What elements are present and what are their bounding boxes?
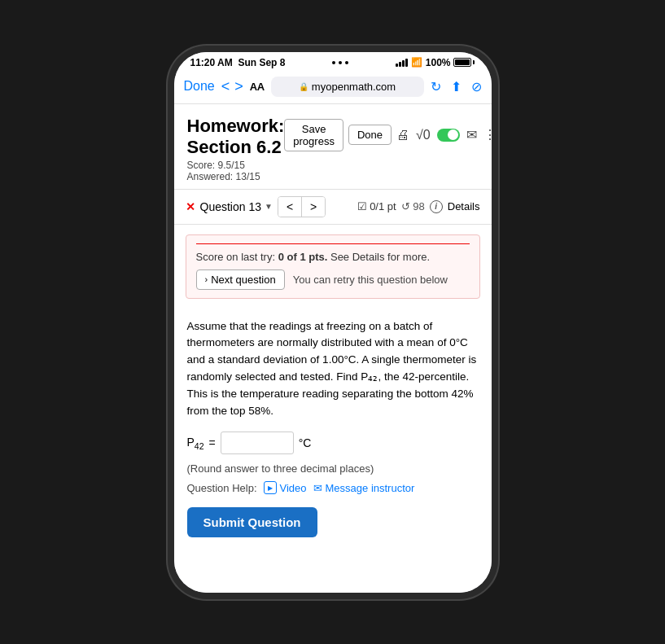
- done-page-button[interactable]: Done: [348, 125, 392, 145]
- video-help-link[interactable]: ▶ Video: [264, 481, 307, 494]
- header-left: Homework: Section 6.2 Score: 9.5/15 Answ…: [187, 116, 285, 182]
- answered-count: Answered: 13/15: [187, 171, 260, 182]
- question-status: ☑ 0/1 pt ↺ 98 i Details: [357, 200, 480, 213]
- question-dropdown[interactable]: Question 13 ▼: [200, 200, 273, 213]
- retry-text: You can retry this question below: [293, 274, 448, 286]
- prev-question-button[interactable]: <: [278, 197, 302, 217]
- toggle-switch[interactable]: [437, 129, 460, 142]
- next-question-button[interactable]: >: [302, 197, 325, 217]
- status-indicators: 📶 100%: [396, 57, 475, 68]
- wifi-icon: 📶: [411, 57, 422, 68]
- forward-button[interactable]: >: [234, 78, 243, 95]
- question-selector: ✕ Question 13 ▼ < >: [186, 196, 326, 217]
- save-progress-button[interactable]: Save progress: [284, 119, 343, 151]
- toolbar-actions: ↻ ⬆ ⊘: [431, 79, 482, 94]
- browser-toolbar: Done < > AA 🔒 myopenmath.com ↻ ⬆ ⊘: [174, 72, 492, 104]
- info-icon[interactable]: i: [430, 200, 443, 213]
- message-instructor-label: Message instructor: [326, 482, 415, 494]
- chevron-right-icon: ›: [205, 274, 208, 284]
- help-label: Question Help:: [187, 482, 257, 494]
- share-button[interactable]: ⬆: [451, 79, 462, 94]
- battery-percent: 100%: [426, 57, 451, 68]
- submit-question-button[interactable]: Submit Question: [187, 507, 317, 537]
- p42-line: P42 = °C: [187, 432, 479, 454]
- video-label: Video: [280, 482, 307, 494]
- done-button[interactable]: Done: [184, 79, 215, 94]
- page-header: Homework: Section 6.2 Score: 9.5/15 Answ…: [174, 104, 492, 190]
- p42-input[interactable]: [221, 432, 294, 454]
- header-right: Save progress Done 🖨 √0 ✉ ⋮: [284, 119, 491, 151]
- tabs-button[interactable]: ⊘: [471, 79, 482, 94]
- nav-arrows: < >: [278, 196, 326, 217]
- next-question-row: › Next question You can retry this quest…: [196, 269, 470, 290]
- printer-icon[interactable]: 🖨: [396, 128, 409, 142]
- next-question-button-box[interactable]: › Next question: [196, 269, 285, 290]
- header-icons: 🖨 √0 ✉ ⋮: [396, 127, 492, 142]
- p42-unit: °C: [299, 436, 312, 449]
- score-bold: 0 of 1 pts.: [278, 251, 328, 263]
- p42-equals: =: [209, 436, 216, 449]
- next-question-label: Next question: [211, 274, 276, 286]
- url-bar[interactable]: 🔒 myopenmath.com: [271, 77, 424, 97]
- more-icon[interactable]: ⋮: [483, 127, 492, 142]
- page-title: Homework: Section 6.2: [187, 116, 285, 158]
- score-display: ☑ 0/1 pt: [357, 200, 396, 212]
- lock-icon: 🔒: [299, 82, 308, 91]
- question-text: Assume that the readings at freezing on …: [187, 318, 479, 421]
- score-value: Score: 9.5/15: [187, 160, 245, 171]
- back-button[interactable]: <: [221, 78, 230, 95]
- sqrt-icon[interactable]: √0: [416, 128, 431, 142]
- score-suffix: See Details for more.: [327, 251, 430, 263]
- chevron-down-icon: ▼: [265, 202, 273, 211]
- signal-icon: [396, 59, 408, 67]
- mail-icon[interactable]: ✉: [466, 127, 477, 142]
- x-mark-icon: ✕: [186, 200, 195, 213]
- divider-line: [196, 243, 470, 244]
- status-dots: [332, 61, 348, 64]
- page-content: Homework: Section 6.2 Score: 9.5/15 Answ…: [174, 104, 492, 593]
- score-prefix: Score on last try:: [196, 251, 278, 263]
- attempt-box: Score on last try: 0 of 1 pts. See Detai…: [186, 234, 480, 299]
- battery-icon: [453, 58, 475, 67]
- attempt-score: Score on last try: 0 of 1 pts. See Detai…: [196, 251, 470, 263]
- play-icon: ▶: [264, 481, 277, 494]
- status-time: 11:20 AM Sun Sep 8: [190, 57, 286, 68]
- p42-label: P42: [187, 436, 204, 451]
- refresh-button[interactable]: ↻: [431, 79, 441, 94]
- status-bar: 11:20 AM Sun Sep 8 📶 100%: [174, 52, 492, 72]
- question-nav: ✕ Question 13 ▼ < > ☑ 0/1 pt ↺ 98 i Deta…: [174, 190, 492, 225]
- font-size-button[interactable]: AA: [250, 81, 265, 93]
- browser-nav[interactable]: < >: [221, 78, 243, 95]
- question-help: Question Help: ▶ Video ✉ Message instruc…: [187, 481, 479, 494]
- retry-count: ↺ 98: [401, 200, 425, 212]
- message-instructor-link[interactable]: ✉ Message instructor: [313, 482, 415, 494]
- details-label[interactable]: Details: [448, 200, 480, 212]
- question-body: Assume that the readings at freezing on …: [174, 309, 492, 548]
- mail-small-icon: ✉: [313, 482, 322, 494]
- score-line: Score: 9.5/15 Answered: 13/15: [187, 160, 285, 182]
- round-note: (Round answer to three decimal places): [187, 462, 479, 475]
- url-text: myopenmath.com: [312, 81, 396, 93]
- question-label: Question 13: [200, 200, 262, 213]
